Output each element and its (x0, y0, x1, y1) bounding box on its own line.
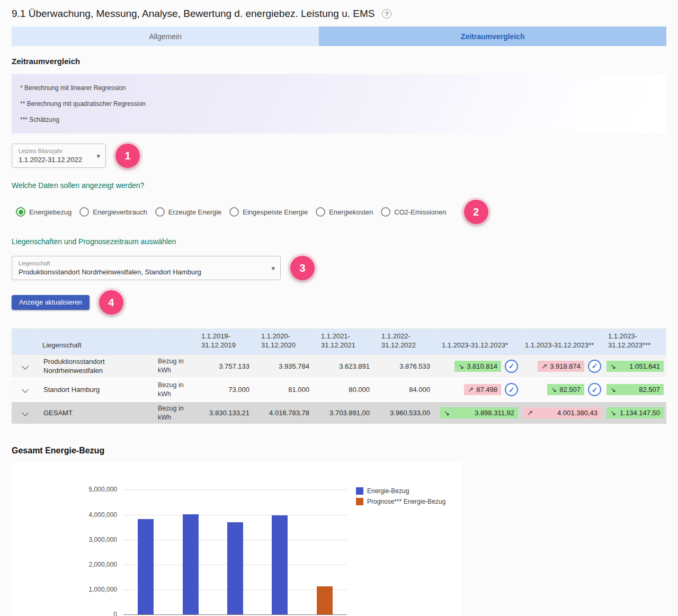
radio-icon (155, 207, 165, 217)
column-header (12, 328, 38, 355)
value-cell: 3.876.533 (377, 355, 438, 379)
forecast-cell: ↗3.918.874✓ (521, 355, 604, 379)
tab-zeitraumvergleich[interactable]: Zeitraumvergleich (319, 26, 666, 46)
forecast-pill: ↘1.134.147,50 (606, 407, 664, 418)
liegenschaft-select[interactable]: Liegenschaft Produktionsstandort Nordrhe… (12, 256, 281, 280)
page-title: 9.1 Überwachung, Messung, Analyse, Bewer… (12, 8, 374, 20)
column-header: 1.1.2020- 31.12.2020 (257, 328, 317, 355)
column-header: 1.1.2021- 31.12.2021 (317, 328, 377, 355)
radio-dot (19, 210, 23, 215)
liegenschaft-select-label: Liegenschaft (19, 260, 264, 266)
value-cell: 81.000 (257, 379, 317, 402)
forecast-pill: ↗87.498 (464, 384, 501, 395)
radio-label: Energieverbrauch (93, 208, 147, 216)
radio-icon (381, 207, 390, 217)
chart-heading: Gesamt Energie-Bezug (12, 446, 666, 456)
bar-energie-bezug (272, 515, 288, 614)
radio-energieverbrauch[interactable]: Energieverbrauch (79, 207, 147, 217)
trend-down-icon: ↘ (551, 386, 557, 394)
annotation-marker-4: 4 (99, 290, 123, 315)
expand-cell (12, 379, 38, 402)
value-cell: 3.703.891,00 (317, 402, 377, 425)
bilanzjahr-select-label: Letztes Bilanzjahr (19, 148, 90, 154)
radio-icon (79, 207, 89, 217)
tab-allgemein[interactable]: Allgemein (12, 26, 319, 46)
unit-label: Bezug in kWh (154, 355, 197, 379)
forecast-wrap: ↗4.001.380,43 (523, 407, 601, 418)
value-cell: 3.935.784 (257, 355, 317, 379)
forecast-value: 3.810.814 (467, 362, 497, 370)
liegenschaft-name: GESAMT (38, 402, 154, 425)
expand-chevron-icon[interactable] (22, 386, 29, 393)
check-icon[interactable]: ✓ (505, 383, 518, 396)
expand-chevron-icon[interactable] (22, 363, 29, 370)
legend-item: Prognose*** Energie-Bezug (356, 498, 445, 505)
radio-icon (316, 207, 325, 217)
forecast-wrap: ↗87.498✓ (440, 383, 518, 396)
liegenschaft-row: Liegenschaft Produktionsstandort Nordrhe… (12, 256, 666, 280)
column-header: 1.1.2023-31.12.2023** (521, 328, 604, 355)
page-header: 9.1 Überwachung, Messung, Analyse, Bewer… (0, 0, 678, 26)
forecast-wrap: ↘82.507✓ (523, 383, 601, 396)
update-display-button[interactable]: Anzeige aktualisieren (12, 295, 90, 310)
bilanzjahr-select[interactable]: Letztes Bilanzjahr 1.1.2022-31.12.2022 ▾ (12, 144, 106, 168)
value-cell: 3.830.133,21 (197, 402, 257, 425)
forecast-cell: ↘1.051.641 (604, 355, 666, 379)
value-cell: 73.000 (197, 379, 257, 402)
trend-up-icon: ↗ (468, 386, 474, 394)
radio-energiekosten[interactable]: Energiekosten (316, 207, 373, 217)
table-header-row: Liegenschaft1.1.2019- 31.12.20191.1.2020… (12, 328, 666, 355)
forecast-pill: ↘1.051.641 (606, 361, 664, 372)
radio-icon (16, 207, 25, 217)
radio-co2-emissionen[interactable]: CO2-Emissionen (381, 207, 446, 217)
value-cell: 4.016.783,78 (257, 402, 317, 425)
radio-label: CO2-Emissionen (394, 208, 446, 216)
y-axis-label: 2,000,000 (89, 561, 117, 568)
liegenschaft-name: Produktionsstandort Nordrheinwestfalen (38, 355, 154, 379)
trend-down-icon: ↘ (444, 409, 450, 417)
forecast-value: 3.918.874 (550, 362, 581, 370)
check-icon[interactable]: ✓ (588, 383, 601, 396)
table-row: GESAMTBezug in kWh3.830.133,214.016.783,… (12, 402, 666, 425)
trend-up-icon: ↗ (541, 362, 547, 370)
radio-erzeugte-energie[interactable]: Erzeugte Energie (155, 207, 221, 217)
column-header: Liegenschaft (38, 328, 154, 355)
trend-down-icon: ↘ (610, 362, 616, 370)
gridline (123, 614, 347, 615)
check-icon[interactable]: ✓ (505, 360, 518, 373)
forecast-value: 3.898.311,92 (475, 409, 514, 417)
legend-label: Energie-Bezug (367, 487, 409, 495)
radio-energiebezug[interactable]: Energiebezug (16, 207, 72, 217)
radio-eingespeiste-energie[interactable]: Eingespeiste Energie (229, 207, 308, 217)
trend-down-icon: ↘ (610, 386, 616, 394)
legend-swatch (356, 498, 363, 505)
energy-bar-chart: 01,000,0002,000,0003,000,0004,000,0005,0… (12, 462, 462, 616)
help-icon[interactable]: ? (382, 9, 391, 19)
value-cell: 3.960.533,00 (377, 402, 438, 425)
button-row: Anzeige aktualisieren 4 (12, 290, 666, 315)
radio-label: Energiekosten (329, 208, 373, 216)
value-cell: 3.757.133 (197, 355, 257, 379)
comparison-table: Liegenschaft1.1.2019- 31.12.20191.1.2020… (12, 328, 666, 425)
unit-label: Bezug in kWh (154, 402, 197, 425)
forecast-cell: ↘1.134.147,50 (604, 402, 666, 425)
forecast-wrap: ↘82.507 (606, 384, 664, 395)
bar-prognose-energie-bezug (317, 586, 333, 615)
check-icon[interactable]: ✓ (588, 360, 601, 373)
forecast-pill: ↘3.810.814 (454, 361, 501, 372)
forecast-wrap: ↘3.810.814✓ (440, 360, 518, 373)
forecast-pill: ↗4.001.380,43 (523, 407, 601, 418)
forecast-pill: ↘3.898.311,92 (440, 407, 518, 418)
forecast-cell: ↘3.898.311,92 (438, 402, 521, 425)
forecast-value: 1.134.147,50 (620, 409, 660, 417)
page-root: 9.1 Überwachung, Messung, Analyse, Bewer… (0, 0, 678, 616)
forecast-pill: ↘82.507 (606, 384, 664, 395)
radio-row: EnergiebezugEnergieverbrauchErzeugte Ene… (12, 200, 666, 224)
forecast-cell: ↘3.810.814✓ (438, 355, 521, 379)
column-header: 1.1.2023-31.12.2023* (438, 328, 521, 355)
expand-cell (12, 355, 38, 379)
legend-label: Prognose*** Energie-Bezug (367, 498, 445, 505)
gridline (123, 515, 347, 515)
expand-chevron-icon[interactable] (22, 409, 29, 416)
annotation-marker-3: 3 (290, 256, 315, 280)
